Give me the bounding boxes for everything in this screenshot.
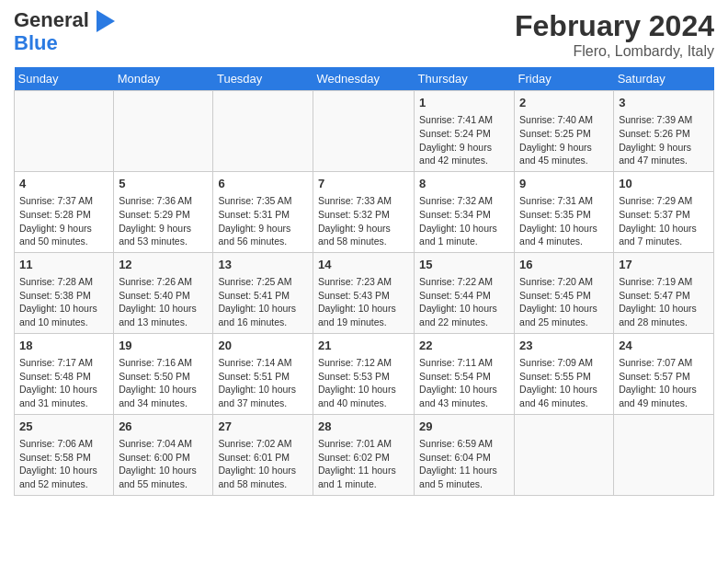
day-info: Sunrise: 7:32 AM Sunset: 5:34 PM Dayligh… <box>419 194 509 248</box>
day-number: 8 <box>419 176 509 192</box>
logo-blue: Blue <box>14 32 115 54</box>
calendar-cell <box>313 91 415 172</box>
calendar-cell <box>515 414 614 495</box>
calendar-cell: 8Sunrise: 7:32 AM Sunset: 5:34 PM Daylig… <box>415 171 515 252</box>
calendar-cell <box>15 91 114 172</box>
day-number: 25 <box>19 419 108 435</box>
calendar-cell: 24Sunrise: 7:07 AM Sunset: 5:57 PM Dayli… <box>614 333 714 414</box>
day-info: Sunrise: 7:36 AM Sunset: 5:29 PM Dayligh… <box>119 194 208 248</box>
calendar-table: SundayMondayTuesdayWednesdayThursdayFrid… <box>14 67 714 496</box>
day-info: Sunrise: 7:33 AM Sunset: 5:32 PM Dayligh… <box>318 194 409 248</box>
day-info: Sunrise: 7:11 AM Sunset: 5:54 PM Dayligh… <box>419 356 509 410</box>
calendar-cell: 9Sunrise: 7:31 AM Sunset: 5:35 PM Daylig… <box>515 171 614 252</box>
calendar-cell <box>213 91 313 172</box>
calendar-week-row: 1Sunrise: 7:41 AM Sunset: 5:24 PM Daylig… <box>15 91 714 172</box>
day-number: 15 <box>419 257 509 273</box>
calendar-cell: 5Sunrise: 7:36 AM Sunset: 5:29 PM Daylig… <box>114 171 213 252</box>
day-info: Sunrise: 7:07 AM Sunset: 5:57 PM Dayligh… <box>619 356 709 410</box>
calendar-cell: 3Sunrise: 7:39 AM Sunset: 5:26 PM Daylig… <box>614 91 714 172</box>
calendar-cell: 15Sunrise: 7:22 AM Sunset: 5:44 PM Dayli… <box>415 252 515 333</box>
day-info: Sunrise: 7:17 AM Sunset: 5:48 PM Dayligh… <box>19 356 108 410</box>
day-info: Sunrise: 7:40 AM Sunset: 5:25 PM Dayligh… <box>519 113 609 167</box>
calendar-cell: 17Sunrise: 7:19 AM Sunset: 5:47 PM Dayli… <box>614 252 714 333</box>
weekday-header-friday: Friday <box>515 67 614 91</box>
day-info: Sunrise: 7:22 AM Sunset: 5:44 PM Dayligh… <box>419 275 509 329</box>
calendar-cell: 7Sunrise: 7:33 AM Sunset: 5:32 PM Daylig… <box>313 171 415 252</box>
calendar-cell: 16Sunrise: 7:20 AM Sunset: 5:45 PM Dayli… <box>515 252 614 333</box>
day-info: Sunrise: 7:01 AM Sunset: 6:02 PM Dayligh… <box>318 437 409 491</box>
day-number: 19 <box>119 338 208 354</box>
calendar-cell: 1Sunrise: 7:41 AM Sunset: 5:24 PM Daylig… <box>415 91 515 172</box>
weekday-header-thursday: Thursday <box>415 67 515 91</box>
logo-text: General Blue <box>14 9 115 54</box>
day-number: 13 <box>218 257 308 273</box>
calendar-cell: 4Sunrise: 7:37 AM Sunset: 5:28 PM Daylig… <box>15 171 114 252</box>
day-number: 21 <box>318 338 409 354</box>
calendar-cell: 23Sunrise: 7:09 AM Sunset: 5:55 PM Dayli… <box>515 333 614 414</box>
day-number: 22 <box>419 338 509 354</box>
calendar-week-row: 4Sunrise: 7:37 AM Sunset: 5:28 PM Daylig… <box>15 171 714 252</box>
calendar-cell: 6Sunrise: 7:35 AM Sunset: 5:31 PM Daylig… <box>213 171 313 252</box>
day-info: Sunrise: 7:39 AM Sunset: 5:26 PM Dayligh… <box>619 113 709 167</box>
calendar-cell: 12Sunrise: 7:26 AM Sunset: 5:40 PM Dayli… <box>114 252 213 333</box>
day-info: Sunrise: 7:25 AM Sunset: 5:41 PM Dayligh… <box>218 275 308 329</box>
calendar-title: February 2024 <box>515 9 714 43</box>
calendar-cell: 13Sunrise: 7:25 AM Sunset: 5:41 PM Dayli… <box>213 252 313 333</box>
day-info: Sunrise: 6:59 AM Sunset: 6:04 PM Dayligh… <box>419 437 509 491</box>
svg-marker-0 <box>97 10 115 32</box>
day-info: Sunrise: 7:20 AM Sunset: 5:45 PM Dayligh… <box>519 275 609 329</box>
day-number: 23 <box>519 338 609 354</box>
calendar-cell: 20Sunrise: 7:14 AM Sunset: 5:51 PM Dayli… <box>213 333 313 414</box>
logo: General Blue <box>14 9 115 54</box>
calendar-cell: 27Sunrise: 7:02 AM Sunset: 6:01 PM Dayli… <box>213 414 313 495</box>
calendar-cell <box>614 414 714 495</box>
logo-arrow-icon <box>97 10 115 32</box>
day-number: 27 <box>218 419 308 435</box>
calendar-cell: 10Sunrise: 7:29 AM Sunset: 5:37 PM Dayli… <box>614 171 714 252</box>
calendar-cell: 25Sunrise: 7:06 AM Sunset: 5:58 PM Dayli… <box>15 414 114 495</box>
weekday-header-row: SundayMondayTuesdayWednesdayThursdayFrid… <box>15 67 714 91</box>
day-number: 20 <box>218 338 308 354</box>
calendar-cell: 22Sunrise: 7:11 AM Sunset: 5:54 PM Dayli… <box>415 333 515 414</box>
day-number: 26 <box>119 419 208 435</box>
day-number: 5 <box>119 176 208 192</box>
day-number: 12 <box>119 257 208 273</box>
calendar-cell: 19Sunrise: 7:16 AM Sunset: 5:50 PM Dayli… <box>114 333 213 414</box>
day-number: 9 <box>519 176 609 192</box>
day-info: Sunrise: 7:41 AM Sunset: 5:24 PM Dayligh… <box>419 113 509 167</box>
calendar-cell: 11Sunrise: 7:28 AM Sunset: 5:38 PM Dayli… <box>15 252 114 333</box>
day-number: 11 <box>19 257 108 273</box>
calendar-week-row: 18Sunrise: 7:17 AM Sunset: 5:48 PM Dayli… <box>15 333 714 414</box>
day-info: Sunrise: 7:16 AM Sunset: 5:50 PM Dayligh… <box>119 356 208 410</box>
day-number: 1 <box>419 95 509 111</box>
day-number: 4 <box>19 176 108 192</box>
calendar-cell: 26Sunrise: 7:04 AM Sunset: 6:00 PM Dayli… <box>114 414 213 495</box>
day-info: Sunrise: 7:02 AM Sunset: 6:01 PM Dayligh… <box>218 437 308 491</box>
day-number: 6 <box>218 176 308 192</box>
day-info: Sunrise: 7:19 AM Sunset: 5:47 PM Dayligh… <box>619 275 709 329</box>
calendar-cell: 18Sunrise: 7:17 AM Sunset: 5:48 PM Dayli… <box>15 333 114 414</box>
day-number: 29 <box>419 419 509 435</box>
calendar-cell: 29Sunrise: 6:59 AM Sunset: 6:04 PM Dayli… <box>415 414 515 495</box>
day-number: 10 <box>619 176 709 192</box>
calendar-week-row: 25Sunrise: 7:06 AM Sunset: 5:58 PM Dayli… <box>15 414 714 495</box>
day-info: Sunrise: 7:28 AM Sunset: 5:38 PM Dayligh… <box>19 275 108 329</box>
day-number: 3 <box>619 95 709 111</box>
day-info: Sunrise: 7:04 AM Sunset: 6:00 PM Dayligh… <box>119 437 208 491</box>
day-info: Sunrise: 7:31 AM Sunset: 5:35 PM Dayligh… <box>519 194 609 248</box>
day-info: Sunrise: 7:37 AM Sunset: 5:28 PM Dayligh… <box>19 194 108 248</box>
day-info: Sunrise: 7:14 AM Sunset: 5:51 PM Dayligh… <box>218 356 308 410</box>
day-number: 2 <box>519 95 609 111</box>
day-info: Sunrise: 7:12 AM Sunset: 5:53 PM Dayligh… <box>318 356 409 410</box>
weekday-header-sunday: Sunday <box>15 67 114 91</box>
day-info: Sunrise: 7:35 AM Sunset: 5:31 PM Dayligh… <box>218 194 308 248</box>
day-number: 14 <box>318 257 409 273</box>
calendar-title-block: February 2024 Flero, Lombardy, Italy <box>515 9 714 60</box>
day-info: Sunrise: 7:29 AM Sunset: 5:37 PM Dayligh… <box>619 194 709 248</box>
weekday-header-wednesday: Wednesday <box>313 67 415 91</box>
calendar-subtitle: Flero, Lombardy, Italy <box>515 43 714 60</box>
day-info: Sunrise: 7:09 AM Sunset: 5:55 PM Dayligh… <box>519 356 609 410</box>
weekday-header-saturday: Saturday <box>614 67 714 91</box>
weekday-header-monday: Monday <box>114 67 213 91</box>
calendar-cell: 14Sunrise: 7:23 AM Sunset: 5:43 PM Dayli… <box>313 252 415 333</box>
